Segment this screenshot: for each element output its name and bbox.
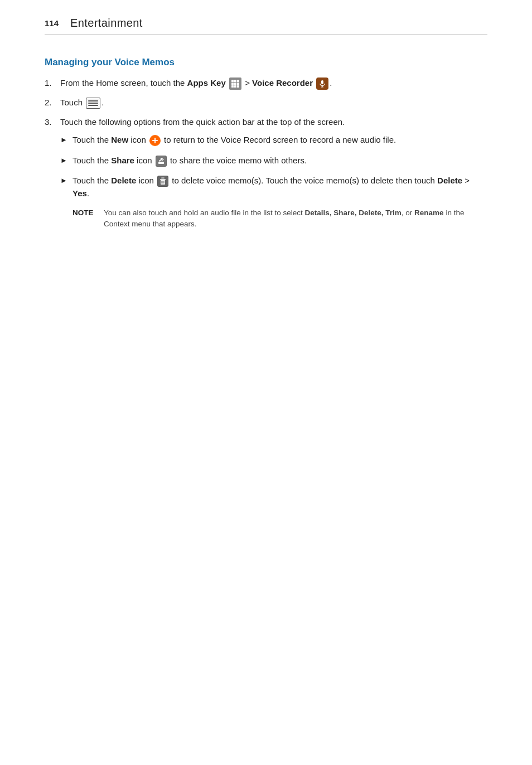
note-text: You can also touch and hold an audio fil…: [104, 207, 487, 230]
page-number: 114: [45, 18, 60, 28]
menu-icon: [86, 98, 100, 109]
svg-rect-0: [321, 80, 323, 84]
arrow-bullet-new: ►: [60, 134, 68, 146]
svg-rect-12: [161, 178, 165, 179]
section-title: Managing your Voice Memos: [45, 57, 487, 68]
step-2: 2. Touch .: [45, 96, 487, 109]
note-label: NOTE: [72, 207, 97, 219]
step-3-number: 3.: [45, 116, 60, 129]
yes-label: Yes: [72, 188, 87, 198]
sub-item-share-content: Touch the Share icon to share the voice …: [72, 154, 487, 167]
svg-rect-6: [156, 156, 166, 166]
step-3: 3. Touch the following options from the …: [45, 116, 487, 230]
share-label: Share: [111, 156, 134, 165]
apps-key-label: Apps Key: [187, 78, 226, 88]
page-container: 114 Entertainment Managing your Voice Me…: [0, 0, 532, 765]
sub-item-delete-content: Touch the Delete icon: [72, 175, 487, 200]
apps-key-grid: [231, 80, 239, 88]
svg-rect-9: [158, 162, 164, 164]
sub-list: ► Touch the New icon to return to the: [60, 134, 487, 200]
voice-recorder-icon: [316, 78, 328, 90]
arrow-bullet-delete: ►: [60, 175, 68, 186]
note-section: NOTE You can also touch and hold an audi…: [72, 207, 487, 230]
delete-icon: [157, 176, 168, 187]
step-3-content: Touch the following options from the qui…: [60, 116, 487, 230]
step-1-content: From the Home screen, touch the Apps Key: [60, 77, 487, 90]
share-icon: [156, 156, 167, 167]
new-icon: [149, 135, 161, 146]
details-option: Details, Share, Delete, Trim: [305, 209, 402, 217]
arrow-bullet-share: ►: [60, 155, 68, 166]
apps-key-icon: [229, 78, 241, 90]
step-1: 1. From the Home screen, touch the Apps …: [45, 77, 487, 90]
delete-label: Delete: [111, 176, 136, 185]
delete-option-label: Delete: [437, 176, 462, 185]
rename-option: Rename: [414, 209, 444, 217]
sub-item-delete: ► Touch the Delete icon: [60, 175, 487, 200]
step-2-content: Touch .: [60, 96, 487, 109]
new-label: New: [111, 135, 128, 144]
sub-item-new-content: Touch the New icon to return to the Voic…: [72, 134, 487, 147]
svg-rect-11: [160, 179, 166, 180]
sub-item-share: ► Touch the Share icon: [60, 154, 487, 167]
header-section: 114 Entertainment: [45, 17, 487, 35]
step-2-number: 2.: [45, 96, 60, 109]
step-1-number: 1.: [45, 77, 60, 90]
steps-list: 1. From the Home screen, touch the Apps …: [45, 77, 487, 230]
step-3-text: Touch the following options from the qui…: [60, 117, 345, 127]
sub-item-new: ► Touch the New icon to return to the: [60, 134, 487, 147]
header-title: Entertainment: [70, 17, 143, 30]
voice-recorder-label: Voice Recorder: [252, 78, 313, 88]
